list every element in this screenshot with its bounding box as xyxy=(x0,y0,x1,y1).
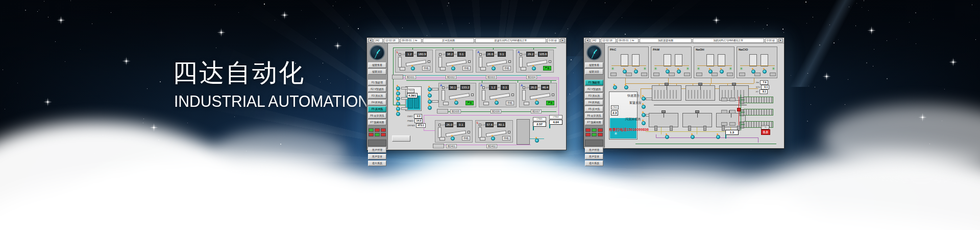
star-glint xyxy=(826,76,827,77)
pipe xyxy=(740,65,775,66)
value-chip xyxy=(754,73,761,76)
nav-prev-button[interactable]: ◀ xyxy=(368,38,373,42)
nav-next-button[interactable]: ▶ xyxy=(560,38,565,42)
ft-label: FT xyxy=(454,124,456,126)
ct-value: 1.2 xyxy=(489,85,497,90)
status-lamp xyxy=(598,133,603,136)
nav-prev-button[interactable]: ◀ xyxy=(585,38,590,42)
valve-icon xyxy=(471,94,474,96)
plc-status-field: 加药间PLC与HMI通讯正常 xyxy=(693,38,764,43)
alarm-view-button[interactable]: 报警查看 xyxy=(368,62,386,68)
status-lamp xyxy=(369,133,374,136)
pump-icon xyxy=(642,97,646,101)
time-field: 12:02:18 xyxy=(601,38,616,43)
dosing-tank xyxy=(706,54,714,66)
ct-value: 29.2 xyxy=(526,52,534,57)
scada-screenshot-right: ◀ 242 12:02:18 09:05:01 上午 加药混凝画面 加药间PLC… xyxy=(583,37,785,149)
sludge-thickener xyxy=(682,113,712,127)
menu-f1-button-active[interactable]: F1 预处理 xyxy=(585,80,603,85)
pipe xyxy=(656,137,758,138)
user-manage-button[interactable]: 用户管理 xyxy=(585,147,603,153)
menu-f4-button[interactable]: F4 鼓风机 xyxy=(368,100,386,105)
readout-label: PH401 xyxy=(407,120,413,122)
scada-screenshot-left: ◀ 242 12:02:18 09:05:01 上午 反冲洗画面 超滤车间PLC… xyxy=(366,37,567,150)
pipe xyxy=(654,105,747,105)
menu-f7-button[interactable]: F7 隐藏画面 xyxy=(368,120,386,125)
ft-value: 46.4 xyxy=(541,85,549,90)
unit-displays: CT 30.1 FT 133.2 xyxy=(446,85,470,90)
agitator-icon xyxy=(653,66,658,71)
uf-unit: A CT 29.2 FT 105.6 产水 xyxy=(516,50,554,73)
alarm-mute-button[interactable]: 报警消音 xyxy=(368,69,386,75)
aux-box xyxy=(480,67,486,71)
thickener-label: 污泥浓缩池 xyxy=(625,117,641,122)
aux-box xyxy=(480,137,485,141)
menu-f6-button[interactable]: F6 化学清洗 xyxy=(585,113,603,119)
flocculation-label: 絮凝反应 xyxy=(629,101,642,105)
valve-icon xyxy=(468,131,470,133)
ct-label: CT xyxy=(443,53,445,56)
menu-f2-button[interactable]: F2 V型滤池 xyxy=(368,86,386,92)
menu-f1-button[interactable]: F1 预处理 xyxy=(368,80,386,85)
menu-f5-button-active[interactable]: F5 反冲洗 xyxy=(368,106,386,112)
menu-f3-button[interactable]: F3 清水池 xyxy=(368,93,386,99)
pipe xyxy=(654,65,689,66)
status-lamp xyxy=(592,133,597,136)
tank-value: 4.04 xyxy=(549,120,562,125)
user-manage-button[interactable]: 用户管理 xyxy=(368,147,386,153)
group-tag: BD006 xyxy=(491,109,501,113)
ct-label: CT xyxy=(442,124,445,126)
membrane-module xyxy=(449,93,470,100)
star-glint xyxy=(60,19,62,21)
filter-column xyxy=(479,57,482,67)
screen-button[interactable] xyxy=(392,135,410,142)
alarm-strip xyxy=(437,109,448,113)
status-indicator-grid xyxy=(369,128,386,136)
pipe xyxy=(697,65,732,66)
mixer-motor xyxy=(662,110,666,113)
exit-system-button[interactable]: 退出系统 xyxy=(368,160,386,166)
page-title: 四达自动化 xyxy=(173,59,305,87)
nav-next-button[interactable]: ▶ xyxy=(778,38,783,42)
menu-f5-button[interactable]: F5 反冲洗 xyxy=(585,106,603,112)
ct-label: CT xyxy=(482,124,485,126)
pump-icon xyxy=(428,106,432,110)
menu-f7-button[interactable]: F7 隐藏画面 xyxy=(585,120,603,125)
menu-f4-button[interactable]: F4 鼓风机 xyxy=(585,100,603,105)
pipe xyxy=(424,115,558,116)
menu-f2-button[interactable]: F2 V型滤池 xyxy=(585,86,603,92)
tank-tag: LT304 xyxy=(549,115,562,119)
dosing-panel: NaClO xyxy=(737,47,777,78)
tank-value: 1.3 xyxy=(725,130,739,135)
user-login-button[interactable]: 用户登录 xyxy=(368,154,386,159)
valve-icon xyxy=(552,94,554,96)
readout: NTU 0.1 xyxy=(756,85,769,89)
value-chip xyxy=(729,98,736,101)
ft-label: FT xyxy=(494,124,497,126)
user-login-button[interactable]: 用户登录 xyxy=(585,154,603,159)
hero-banner: 四达自动化 INDUSTRIAL AUTOMATION ◀ 242 12:02:… xyxy=(0,0,980,230)
valve-icon xyxy=(482,86,485,89)
unit-status-badge: 停机 xyxy=(502,136,510,141)
alarm-view-button[interactable]: 报警查看 xyxy=(585,62,603,68)
ft-label: FT xyxy=(457,86,460,89)
value-chip xyxy=(770,73,776,76)
filter-press xyxy=(744,97,773,103)
menu-f6-button[interactable]: F6 化学清洗 xyxy=(368,113,386,119)
value-chip xyxy=(739,73,745,76)
pump-icon xyxy=(451,136,455,141)
menu-f3-button[interactable]: F3 清水池 xyxy=(585,93,603,99)
ct-value: 57.6 xyxy=(485,122,494,127)
readout-value: 8.1 xyxy=(760,89,768,94)
ft-value: 0.1 xyxy=(498,52,506,57)
readout-label: FT xyxy=(756,90,758,93)
value-chip xyxy=(727,73,733,76)
unit-status-badge: 停机 xyxy=(422,66,430,71)
pipe xyxy=(403,75,541,76)
star-glint xyxy=(220,32,222,33)
exit-system-button[interactable]: 退出系统 xyxy=(585,160,603,166)
valve-icon xyxy=(479,124,481,126)
readout: ORP401 473.1 xyxy=(407,123,426,128)
valve-icon xyxy=(508,60,511,63)
alarm-mute-button[interactable]: 报警消音 xyxy=(585,69,603,75)
